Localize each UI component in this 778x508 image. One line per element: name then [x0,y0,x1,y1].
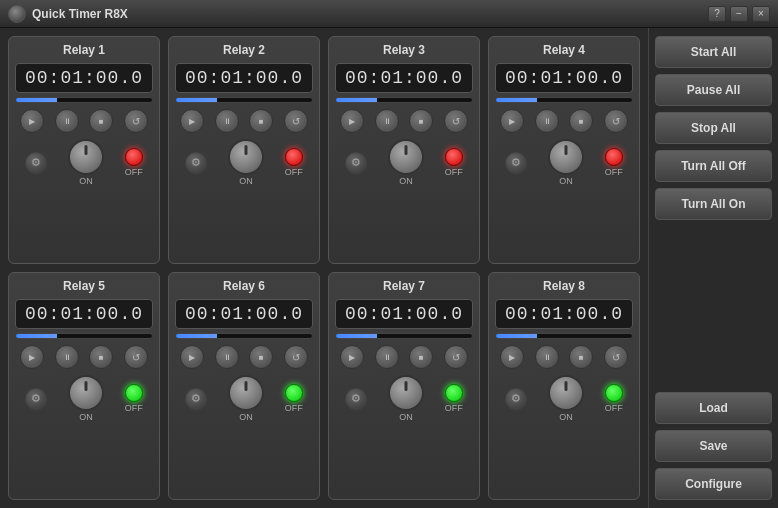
timer-display-8: 00:01:00.0 [495,299,633,329]
stop-btn-1[interactable] [89,109,113,133]
gear-btn-7[interactable]: ⚙ [345,388,367,410]
pause-btn-5[interactable] [55,345,79,369]
off-label-6: OFF [285,403,303,413]
onoff-row-6: ⚙ ON OFF [175,375,313,422]
onoff-row-3: ⚙ ON OFF [335,139,473,186]
pause-btn-6[interactable] [215,345,239,369]
stop-btn-5[interactable] [89,345,113,369]
reset-btn-5[interactable] [124,345,148,369]
knob-3[interactable] [388,139,424,175]
stop-btn-8[interactable] [569,345,593,369]
led-7 [445,384,463,402]
play-btn-7[interactable] [340,345,364,369]
app-title: Quick Timer R8X [32,7,128,21]
play-btn-4[interactable] [500,109,524,133]
pause-all-button[interactable]: Pause All [655,74,772,106]
gear-btn-2[interactable]: ⚙ [185,152,207,174]
relay-card-3: Relay 3 00:01:00.0 ⚙ ON OFF [328,36,480,264]
off-group-8: OFF [605,384,623,413]
knob-6[interactable] [228,375,264,411]
off-group-7: OFF [445,384,463,413]
stop-btn-4[interactable] [569,109,593,133]
play-btn-8[interactable] [500,345,524,369]
stop-btn-2[interactable] [249,109,273,133]
stop-btn-7[interactable] [409,345,433,369]
knob-1[interactable] [68,139,104,175]
pause-btn-8[interactable] [535,345,559,369]
play-btn-3[interactable] [340,109,364,133]
load-button[interactable]: Load [655,392,772,424]
play-btn-5[interactable] [20,345,44,369]
progress-container-6 [175,333,313,339]
reset-btn-4[interactable] [604,109,628,133]
play-btn-6[interactable] [180,345,204,369]
reset-btn-2[interactable] [284,109,308,133]
progress-container-4 [495,97,633,103]
knob-8[interactable] [548,375,584,411]
led-4 [605,148,623,166]
configure-button[interactable]: Configure [655,468,772,500]
turn-all-off-button[interactable]: Turn All Off [655,150,772,182]
on-label-7: ON [399,412,413,422]
play-btn-2[interactable] [180,109,204,133]
minimize-button[interactable]: − [730,6,748,22]
gear-btn-6[interactable]: ⚙ [185,388,207,410]
controls-row-8 [495,345,633,369]
reset-btn-3[interactable] [444,109,468,133]
title-bar-left: Quick Timer R8X [8,5,128,23]
reset-btn-1[interactable] [124,109,148,133]
progress-bar-3 [336,98,377,102]
knob-2[interactable] [228,139,264,175]
knob-7[interactable] [388,375,424,411]
help-button[interactable]: ? [708,6,726,22]
stop-btn-3[interactable] [409,109,433,133]
turn-all-on-button[interactable]: Turn All On [655,188,772,220]
off-label-7: OFF [445,403,463,413]
gear-btn-4[interactable]: ⚙ [505,152,527,174]
onoff-row-8: ⚙ ON OFF [495,375,633,422]
play-btn-1[interactable] [20,109,44,133]
close-button[interactable]: × [752,6,770,22]
stop-all-button[interactable]: Stop All [655,112,772,144]
pause-btn-4[interactable] [535,109,559,133]
gear-btn-8[interactable]: ⚙ [505,388,527,410]
timer-display-1: 00:01:00.0 [15,63,153,93]
controls-row-6 [175,345,313,369]
knob-4[interactable] [548,139,584,175]
off-group-2: OFF [285,148,303,177]
off-group-1: OFF [125,148,143,177]
progress-container-8 [495,333,633,339]
pause-btn-1[interactable] [55,109,79,133]
pause-btn-7[interactable] [375,345,399,369]
gear-btn-5[interactable]: ⚙ [25,388,47,410]
off-label-2: OFF [285,167,303,177]
off-label-5: OFF [125,403,143,413]
pause-btn-3[interactable] [375,109,399,133]
timer-display-3: 00:01:00.0 [335,63,473,93]
controls-row-5 [15,345,153,369]
gear-btn-3[interactable]: ⚙ [345,152,367,174]
relay-title-7: Relay 7 [335,279,473,293]
on-label-3: ON [399,176,413,186]
off-label-1: OFF [125,167,143,177]
reset-btn-8[interactable] [604,345,628,369]
knob-5[interactable] [68,375,104,411]
gear-btn-1[interactable]: ⚙ [25,152,47,174]
relay-card-7: Relay 7 00:01:00.0 ⚙ ON OFF [328,272,480,500]
stop-btn-6[interactable] [249,345,273,369]
relay-card-4: Relay 4 00:01:00.0 ⚙ ON OFF [488,36,640,264]
app-icon [8,5,26,23]
progress-bar-7 [336,334,377,338]
progress-bar-8 [496,334,537,338]
pause-btn-2[interactable] [215,109,239,133]
on-group-8: ON [548,375,584,422]
onoff-row-2: ⚙ ON OFF [175,139,313,186]
main-container: Relay 1 00:01:00.0 ⚙ ON OFF [0,28,778,508]
save-button[interactable]: Save [655,430,772,462]
controls-row-3 [335,109,473,133]
reset-btn-7[interactable] [444,345,468,369]
timer-display-4: 00:01:00.0 [495,63,633,93]
reset-btn-6[interactable] [284,345,308,369]
start-all-button[interactable]: Start All [655,36,772,68]
off-group-5: OFF [125,384,143,413]
